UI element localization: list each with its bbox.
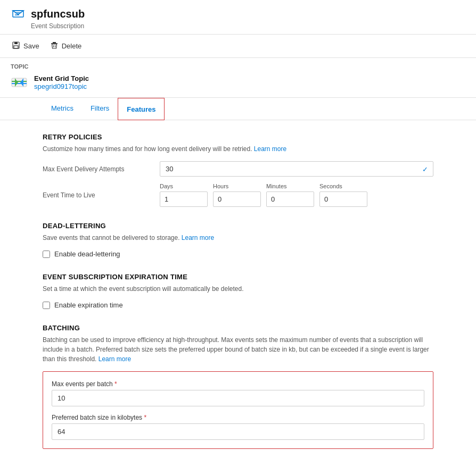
svg-rect-8 xyxy=(51,43,58,44)
batch-size-input[interactable] xyxy=(52,423,424,440)
topic-link[interactable]: spegrid0917topic xyxy=(34,82,87,90)
svg-rect-6 xyxy=(14,46,18,48)
hours-field-group: Hours xyxy=(213,183,261,207)
tab-metrics[interactable]: Metrics xyxy=(43,98,82,120)
dead-lettering-title: DEAD-LETTERING xyxy=(43,222,433,230)
topic-section-label: TOPIC xyxy=(11,63,465,70)
topic-info: Event Grid Topic spegrid0917topic xyxy=(34,74,89,90)
save-label: Save xyxy=(23,42,39,50)
batching-desc: Batching can be used to improve efficien… xyxy=(43,335,433,364)
seconds-label: Seconds xyxy=(319,183,367,189)
dead-lettering-checkbox-label: Enable dead-lettering xyxy=(54,250,120,258)
expiration-title: EVENT SUBSCRIPTION EXPIRATION TIME xyxy=(43,273,433,281)
dead-lettering-desc-text: Save events that cannot be delivered to … xyxy=(43,234,182,241)
seconds-input[interactable] xyxy=(319,191,367,207)
days-label: Days xyxy=(160,183,208,189)
save-icon xyxy=(12,41,20,51)
batching-fields-container: Max events per batch * Preferred batch s… xyxy=(43,371,433,449)
retry-learn-more[interactable]: Learn more xyxy=(254,145,286,153)
tabs-bar: Metrics Filters Features xyxy=(0,98,476,120)
expiration-desc: Set a time at which the event subscripti… xyxy=(43,284,433,294)
time-fields: Days Hours Minutes Seconds xyxy=(160,183,433,207)
delete-button[interactable]: Delete xyxy=(49,39,83,53)
expiration-checkbox-row: Enable expiration time xyxy=(43,301,433,309)
event-subscription-icon xyxy=(11,6,26,21)
batching-title: BATCHING xyxy=(43,324,433,332)
retry-policies-section: RETRY POLICIES Customize how many times … xyxy=(43,133,433,207)
batching-learn-more[interactable]: Learn more xyxy=(99,355,131,363)
event-ttl-control: Days Hours Minutes Seconds xyxy=(160,183,433,207)
minutes-field-group: Minutes xyxy=(266,183,314,207)
delete-label: Delete xyxy=(62,42,82,50)
batch-size-field: Preferred batch size in kilobytes * xyxy=(52,414,424,440)
page-title: spfuncsub xyxy=(31,8,85,20)
delete-icon xyxy=(50,41,59,51)
max-attempts-label: Max Event Delivery Attempts xyxy=(43,165,160,173)
minutes-input[interactable] xyxy=(266,191,314,207)
batch-size-required-star: * xyxy=(144,414,146,421)
content-area: RETRY POLICIES Customize how many times … xyxy=(0,120,476,450)
max-attempts-select-wrapper: 30 xyxy=(160,161,433,177)
retry-title: RETRY POLICIES xyxy=(43,133,433,141)
max-attempts-row: Max Event Delivery Attempts 30 xyxy=(43,161,433,177)
batch-size-label: Preferred batch size in kilobytes * xyxy=(52,414,424,421)
event-ttl-row: Event Time to Live Days Hours Minutes xyxy=(43,183,433,207)
max-attempts-control: 30 xyxy=(160,161,433,177)
dead-lettering-desc: Save events that cannot be delivered to … xyxy=(43,233,433,243)
event-grid-icon xyxy=(11,74,28,91)
retry-desc: Customize how many times and for how lon… xyxy=(43,144,433,154)
expiration-checkbox[interactable] xyxy=(43,302,50,309)
event-ttl-label: Event Time to Live xyxy=(43,191,160,199)
hours-label: Hours xyxy=(213,183,261,189)
svg-rect-7 xyxy=(53,42,56,43)
max-events-input[interactable] xyxy=(52,390,424,406)
svg-rect-11 xyxy=(12,78,27,87)
max-events-label: Max events per batch * xyxy=(52,380,424,388)
dead-lettering-section: DEAD-LETTERING Save events that cannot b… xyxy=(43,222,433,258)
expiration-checkbox-label: Enable expiration time xyxy=(54,301,123,309)
toolbar: Save Delete xyxy=(0,35,476,58)
dead-lettering-learn-more[interactable]: Learn more xyxy=(182,234,214,241)
max-events-required-star: * xyxy=(114,380,117,388)
svg-rect-5 xyxy=(14,42,18,44)
retry-desc-text: Customize how many times and for how lon… xyxy=(43,145,254,153)
max-attempts-select[interactable]: 30 xyxy=(160,161,433,177)
max-events-field: Max events per batch * xyxy=(52,380,424,406)
save-button[interactable]: Save xyxy=(11,39,40,53)
batching-section: BATCHING Batching can be used to improve… xyxy=(43,324,433,449)
days-input[interactable] xyxy=(160,191,208,207)
page-subtitle: Event Subscription xyxy=(31,22,465,30)
dead-lettering-checkbox-row: Enable dead-lettering xyxy=(43,250,433,258)
expiration-section: EVENT SUBSCRIPTION EXPIRATION TIME Set a… xyxy=(43,273,433,309)
seconds-field-group: Seconds xyxy=(319,183,367,207)
days-field-group: Days xyxy=(160,183,208,207)
tab-filters[interactable]: Filters xyxy=(82,98,118,120)
tab-features[interactable]: Features xyxy=(118,98,165,120)
topic-type-name: Event Grid Topic xyxy=(34,74,89,82)
dead-lettering-checkbox[interactable] xyxy=(43,251,50,258)
minutes-label: Minutes xyxy=(266,183,314,189)
hours-input[interactable] xyxy=(213,191,261,207)
